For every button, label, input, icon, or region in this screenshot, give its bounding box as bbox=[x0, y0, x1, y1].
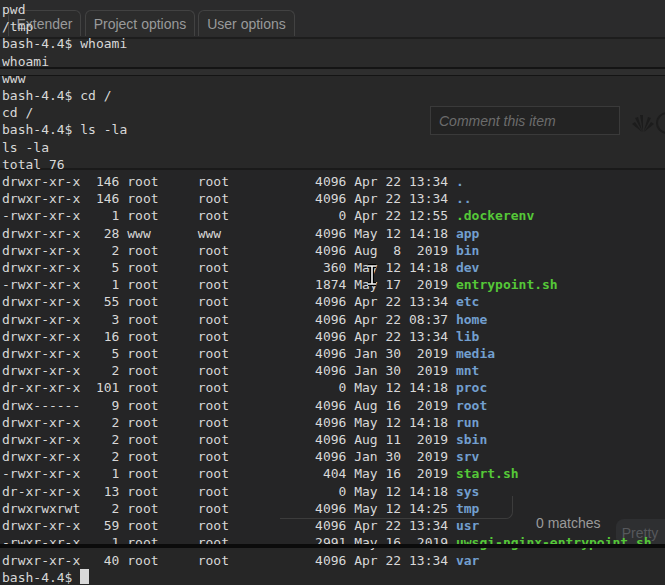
terminal-line: drwxr-xr-x 5 root root 360 May 12 14:18 … bbox=[2, 260, 479, 275]
terminal-line: dr-xr-xr-x 101 root root 0 May 12 14:18 … bbox=[2, 380, 487, 395]
terminal-line: -rwxr-xr-x 1 root root 1874 May 17 2019 … bbox=[2, 277, 558, 292]
file-meta: drwxrwxrwt 2 root root 4096 May 12 14:25 bbox=[2, 501, 456, 516]
file-meta: -rwxr-xr-x 1 root root 2991 May 16 2019 bbox=[2, 535, 456, 550]
file-meta: drwxr-xr-x 59 root root 4096 Apr 22 13:3… bbox=[2, 518, 456, 533]
file-name: media bbox=[456, 346, 495, 361]
file-name: . bbox=[456, 174, 464, 189]
terminal-line: drwxr-xr-x 2 root root 4096 Jan 30 2019 … bbox=[2, 449, 479, 464]
file-meta: drwxr-xr-x 5 root root 360 May 12 14:18 bbox=[2, 260, 456, 275]
terminal-line: bash-4.4$ ls -la bbox=[2, 122, 127, 137]
terminal-line: bash-4.4$ whoami bbox=[2, 36, 127, 51]
file-name: sbin bbox=[456, 432, 487, 447]
terminal-line: drwxrwxrwt 2 root root 4096 May 12 14:25… bbox=[2, 501, 479, 516]
file-meta: drwxr-xr-x 55 root root 4096 Apr 22 13:3… bbox=[2, 294, 456, 309]
file-meta: drwxr-xr-x 146 root root 4096 Apr 22 13:… bbox=[2, 191, 456, 206]
file-meta: drwxr-xr-x 2 root root 4096 Jan 30 2019 bbox=[2, 449, 456, 464]
terminal-line: drwxr-xr-x 146 root root 4096 Apr 22 13:… bbox=[2, 174, 464, 189]
file-meta: drwx------ 9 root root 4096 Aug 16 2019 bbox=[2, 398, 456, 413]
terminal-line: drwxr-xr-x 2 root root 4096 Aug 8 2019 b… bbox=[2, 243, 479, 258]
file-name: etc bbox=[456, 294, 479, 309]
terminal-line: drwxr-xr-x 55 root root 4096 Apr 22 13:3… bbox=[2, 294, 479, 309]
file-meta: drwxr-xr-x 40 root root 4096 Apr 22 13:3… bbox=[2, 553, 456, 568]
terminal-output[interactable]: pwd /tmp bash-4.4$ whoami whoami www bas… bbox=[2, 1, 663, 585]
file-name: usr bbox=[456, 518, 479, 533]
file-name: uwsgi-nginx-entrypoint.sh bbox=[456, 535, 652, 550]
terminal-line: drwxr-xr-x 16 root root 4096 Apr 22 13:3… bbox=[2, 329, 479, 344]
terminal-line: drwxr-xr-x 40 root root 4096 Apr 22 13:3… bbox=[2, 553, 479, 568]
file-name: tmp bbox=[456, 501, 479, 516]
file-name: mnt bbox=[456, 363, 479, 378]
file-name: start.sh bbox=[456, 466, 519, 481]
terminal-line: pwd bbox=[2, 2, 25, 17]
file-meta: drwxr-xr-x 2 root root 4096 Jan 30 2019 bbox=[2, 363, 456, 378]
terminal-line: drwxr-xr-x 5 root root 4096 Jan 30 2019 … bbox=[2, 346, 495, 361]
file-meta: -rwxr-xr-x 1 root root 1874 May 17 2019 bbox=[2, 277, 456, 292]
file-meta: dr-xr-xr-x 101 root root 0 May 12 14:18 bbox=[2, 380, 456, 395]
terminal-line: -rwxr-xr-x 1 root root 0 Apr 22 12:55 .d… bbox=[2, 208, 534, 223]
file-meta: drwxr-xr-x 146 root root 4096 Apr 22 13:… bbox=[2, 174, 456, 189]
file-name: root bbox=[456, 398, 487, 413]
file-name: dev bbox=[456, 260, 479, 275]
terminal-line: /tmp bbox=[2, 19, 33, 34]
file-name: sys bbox=[456, 484, 479, 499]
file-meta: drwxr-xr-x 5 root root 4096 Jan 30 2019 bbox=[2, 346, 456, 361]
file-meta: drwxr-xr-x 2 root root 4096 May 12 14:18 bbox=[2, 415, 456, 430]
terminal-line: bash-4.4$ cd / bbox=[2, 88, 112, 103]
file-name: .. bbox=[456, 191, 472, 206]
file-meta: -rwxr-xr-x 1 root root 404 May 16 2019 bbox=[2, 466, 456, 481]
file-name: srv bbox=[456, 449, 479, 464]
terminal-line: dr-xr-xr-x 13 root root 0 May 12 14:18 s… bbox=[2, 484, 479, 499]
file-name: app bbox=[456, 226, 479, 241]
file-name: bin bbox=[456, 243, 479, 258]
file-meta: drwxr-xr-x 2 root root 4096 Aug 11 2019 bbox=[2, 432, 456, 447]
terminal-line: -rwxr-xr-x 1 root root 2991 May 16 2019 … bbox=[2, 535, 652, 550]
terminal-line: -rwxr-xr-x 1 root root 404 May 16 2019 s… bbox=[2, 466, 519, 481]
terminal-line: drwxr-xr-x 2 root root 4096 Aug 11 2019 … bbox=[2, 432, 487, 447]
file-meta: drwxr-xr-x 16 root root 4096 Apr 22 13:3… bbox=[2, 329, 456, 344]
terminal-line: cd / bbox=[2, 105, 33, 120]
file-name: proc bbox=[456, 380, 487, 395]
terminal-line: bash-4.4$ bbox=[2, 570, 89, 585]
mouse-ibeam-cursor bbox=[366, 264, 378, 290]
file-meta: drwxr-xr-x 28 www www 4096 May 12 14:18 bbox=[2, 226, 456, 241]
terminal-line: total 76 bbox=[2, 157, 65, 172]
file-meta: drwxr-xr-x 2 root root 4096 Aug 8 2019 bbox=[2, 243, 456, 258]
file-meta: -rwxr-xr-x 1 root root 0 Apr 22 12:55 bbox=[2, 208, 456, 223]
terminal-line: drwxr-xr-x 59 root root 4096 Apr 22 13:3… bbox=[2, 518, 479, 533]
file-name: .dockerenv bbox=[456, 208, 534, 223]
terminal-line: drwxr-xr-x 28 www www 4096 May 12 14:18 … bbox=[2, 226, 479, 241]
file-name: entrypoint.sh bbox=[456, 277, 558, 292]
file-meta: drwxr-xr-x 3 root root 4096 Apr 22 08:37 bbox=[2, 312, 456, 327]
file-name: home bbox=[456, 312, 487, 327]
terminal-line: drwx------ 9 root root 4096 Aug 16 2019 … bbox=[2, 398, 487, 413]
panel-separator-thick bbox=[0, 544, 665, 548]
terminal-line: www bbox=[2, 71, 25, 86]
terminal-line: drwxr-xr-x 2 root root 4096 Jan 30 2019 … bbox=[2, 363, 479, 378]
terminal-line: ls -la bbox=[2, 140, 49, 155]
terminal-line: whoami bbox=[2, 54, 49, 69]
terminal-line: drwxr-xr-x 3 root root 4096 Apr 22 08:37… bbox=[2, 312, 487, 327]
file-meta: dr-xr-xr-x 13 root root 0 May 12 14:18 bbox=[2, 484, 456, 499]
file-name: run bbox=[456, 415, 479, 430]
shell-prompt: bash-4.4$ bbox=[2, 570, 80, 585]
file-name: lib bbox=[456, 329, 479, 344]
terminal-line: drwxr-xr-x 146 root root 4096 Apr 22 13:… bbox=[2, 191, 472, 206]
terminal-cursor bbox=[80, 569, 89, 584]
file-name: var bbox=[456, 553, 479, 568]
terminal-line: drwxr-xr-x 2 root root 4096 May 12 14:18… bbox=[2, 415, 479, 430]
